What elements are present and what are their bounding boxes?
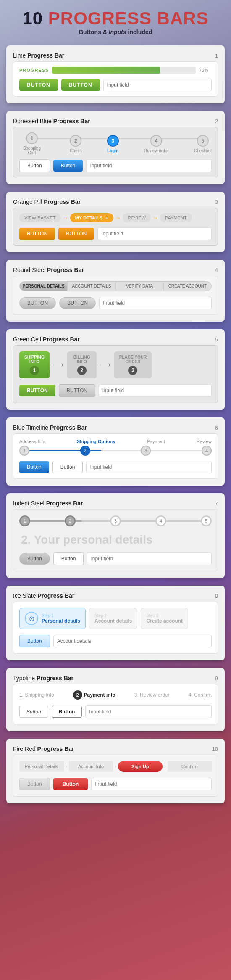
card-ice: Ice Slate Progress Bar 8 ⊙ Step 1 Person…	[6, 586, 225, 660]
cell-num-3: 3	[128, 366, 137, 375]
card-fire: Fire Red Progress Bar 10 Personal Detail…	[6, 739, 225, 803]
typo-step-3: 3. Review order	[134, 692, 170, 698]
page-subtitle: Buttons & Inputs included	[6, 29, 225, 35]
step-4: 4 Review order	[144, 135, 169, 153]
indent-circle-4: 4	[155, 515, 166, 526]
button-6-primary[interactable]: Button	[19, 461, 49, 473]
button-10-primary[interactable]: Button	[19, 778, 50, 790]
input-10[interactable]	[91, 778, 212, 790]
steel-steps: PERSONAL DETAILS ACCOUNT DETAILS VERIFY …	[19, 281, 212, 291]
steel-step-4: CREATE ACCOUNT	[164, 282, 211, 291]
card-title-3: Orange Pill Progress Bar	[13, 198, 81, 205]
card-steel: Round Steel Progress Bar 4 PERSONAL DETA…	[6, 260, 225, 322]
card-inner-2: 1 Shopping Cart 2 Check 3 Login 4 Review…	[13, 127, 218, 177]
fire-arrow-2: ›	[115, 763, 116, 769]
typo-step-2: 2 Payment info	[73, 690, 116, 700]
button-4-secondary[interactable]: BUTTON	[59, 297, 96, 309]
button-5-primary[interactable]: BUTTON	[19, 385, 55, 396]
tl-numbers-container: 1 2 3 4	[19, 446, 212, 456]
ice-step-name-3: Create account	[146, 618, 183, 624]
card-inner-10: Personal Details › Account Info › Sign U…	[13, 755, 218, 797]
button-8-primary[interactable]: Button	[19, 635, 50, 647]
card-title-9: Typoline Progress Bar	[13, 675, 74, 682]
typo-label-1: 1. Shipping info	[19, 692, 54, 698]
card-number-4: 4	[215, 267, 218, 273]
indent-circle-5: 5	[201, 515, 212, 526]
input-2[interactable]	[86, 159, 212, 172]
button-1-secondary[interactable]: BUTTON	[61, 79, 100, 91]
button-6-secondary[interactable]: Button	[52, 461, 83, 473]
input-3[interactable]	[97, 227, 212, 240]
tl-num-1: 1	[19, 446, 29, 456]
cell-step-3: PLACE YOURORDER 3	[114, 351, 152, 378]
card-number-7: 7	[215, 500, 218, 507]
card-number-10: 10	[212, 746, 218, 752]
card-title-10: Fire Red Progress Bar	[13, 745, 74, 752]
button-5-secondary[interactable]: BUTTON	[59, 384, 95, 397]
card-title-7: Indent Steel Progress Bar	[13, 500, 83, 507]
card-number-3: 3	[215, 199, 218, 205]
ice-text-3: Step 3 Create account	[146, 613, 183, 624]
button-1-primary[interactable]: BUTTON	[19, 79, 58, 91]
input-8[interactable]	[53, 635, 212, 647]
typo-circle-2: 2	[73, 690, 82, 700]
cell-steps: SHIPPINGINFO 1 ⟶ BILLINGINFO 2 ⟶ PLACE Y…	[19, 351, 212, 378]
input-5[interactable]	[99, 384, 212, 397]
ice-text-1: Step 1 Personal details	[42, 613, 80, 624]
ice-step-num-3: Step 3	[146, 613, 183, 618]
tl-num-3: 3	[141, 446, 151, 456]
card-inner-3: VIEW BASKET → MY DETAILS + → REVIEW → PA…	[13, 208, 218, 246]
pill-step-2: MY DETAILS +	[70, 213, 113, 222]
tl-step-4: Review	[197, 439, 212, 444]
card-title-8: Ice Slate Progress Bar	[13, 592, 74, 599]
button-9-secondary[interactable]: Button	[52, 706, 82, 718]
button-row-9: Button Button	[19, 705, 212, 718]
ice-text-2: Step 2 Account details	[94, 613, 132, 624]
fire-step-4: Confirm	[168, 761, 212, 772]
progress-fill	[52, 67, 160, 74]
tl-numbers: 1 2 3 4	[19, 446, 212, 456]
input-7[interactable]	[87, 552, 212, 565]
card-number-9: 9	[215, 675, 218, 682]
input-9[interactable]	[85, 705, 212, 718]
card-typoline: Typoline Progress Bar 9 1. Shipping info…	[6, 668, 225, 731]
step-circle-1: 1	[26, 132, 38, 144]
button-row-10: Button Button	[19, 778, 212, 790]
pill-step-3: REVIEW	[123, 213, 151, 222]
ice-steps: ⊙ Step 1 Personal details Step 2 Account…	[19, 608, 212, 629]
button-7-primary[interactable]: Button	[19, 553, 50, 565]
input-6[interactable]	[86, 461, 212, 473]
section-label-2: Dpressed Blue Progress Bar 2	[13, 118, 218, 124]
typo-label-2: Payment info	[84, 692, 116, 698]
fire-steps: Personal Details › Account Info › Sign U…	[19, 761, 212, 772]
section-label-10: Fire Red Progress Bar 10	[13, 745, 218, 752]
fire-step-1: Personal Details	[19, 761, 64, 772]
card-title-5: Green Cell Progress Bar	[13, 336, 80, 343]
typo-label-4: 4. Confirm	[189, 692, 212, 698]
step-label-3: Login	[107, 148, 118, 153]
title-plain: 10	[22, 8, 48, 28]
button-9-primary[interactable]: Button	[19, 706, 48, 718]
arrow-3: →	[152, 214, 158, 221]
input-4[interactable]	[99, 297, 212, 309]
page-title: 10 PROGRESS BARS	[6, 8, 225, 29]
button-10-secondary[interactable]: Button	[53, 778, 88, 790]
button-3-secondary[interactable]: BUTTON	[58, 228, 94, 240]
button-3-primary[interactable]: BUTTON	[19, 228, 55, 240]
button-7-secondary[interactable]: Button	[53, 552, 84, 565]
button-2-primary[interactable]: Button	[19, 159, 50, 172]
ice-step-3: Step 3 Create account	[141, 608, 188, 629]
button-row-5: BUTTON BUTTON	[19, 384, 212, 397]
tl-label-4: Review	[197, 439, 212, 444]
button-row-4: BUTTON BUTTON	[19, 297, 212, 309]
cell-step-2: BILLINGINFO 2	[67, 351, 97, 378]
section-label-8: Ice Slate Progress Bar 8	[13, 592, 218, 599]
indent-circle-2: 2	[65, 515, 76, 526]
card-inner-9: 1. Shipping info 2 Payment info 3. Revie…	[13, 684, 218, 724]
button-2-secondary[interactable]: Button	[53, 160, 83, 172]
cell-arrow-2: ⟶	[100, 360, 111, 370]
button-4-primary[interactable]: BUTTON	[19, 297, 56, 309]
input-1[interactable]	[103, 79, 212, 91]
cell-box-1: SHIPPINGINFO 1	[19, 351, 50, 378]
cell-box-2: BILLINGINFO 2	[67, 351, 97, 378]
